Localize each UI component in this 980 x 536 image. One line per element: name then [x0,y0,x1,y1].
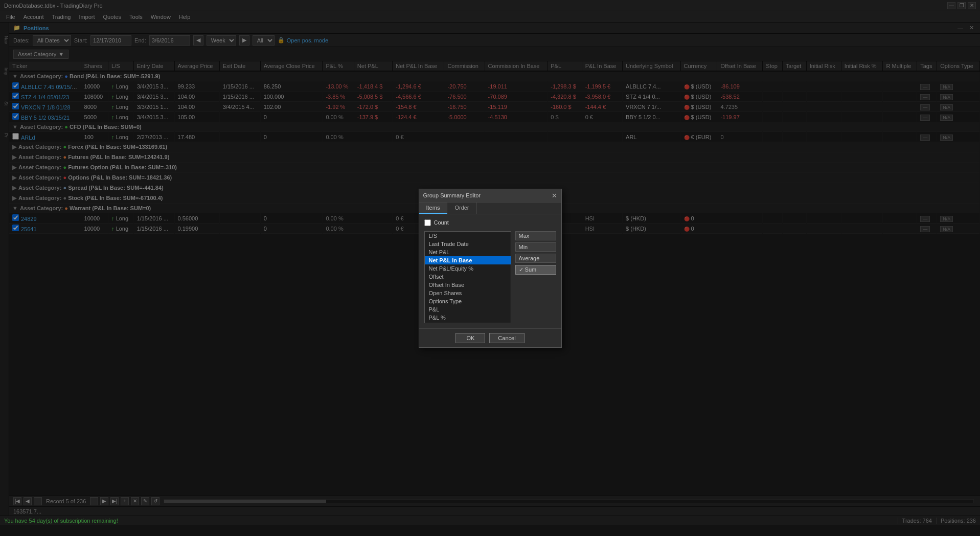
list-item-selected[interactable]: Net P&L In Base [425,256,511,264]
count-label: Count [434,219,449,226]
dialog-close-button[interactable]: ✕ [552,192,557,199]
dialog-overlay: Group Summary Editor ✕ Items Order Count… [0,0,980,536]
list-item[interactable]: P&L In Base [425,322,511,323]
aggregation-panel: Max Min Average ✓ Sum [515,231,556,323]
list-item[interactable]: Open Shares [425,289,511,297]
tab-items[interactable]: Items [419,203,448,214]
list-item[interactable]: P&L [425,305,511,314]
dialog-tabs: Items Order [419,203,561,214]
ok-button[interactable]: OK [455,333,485,343]
list-item[interactable]: Net P&L/Equity % [425,264,511,273]
dialog-content: L/S Last Trade Date Net P&L Net P&L In B… [424,231,556,323]
group-summary-dialog: Group Summary Editor ✕ Items Order Count… [419,189,562,348]
cancel-button[interactable]: Cancel [489,333,524,343]
list-item[interactable]: Offset In Base [425,281,511,289]
list-item[interactable]: Net P&L [425,248,511,256]
max-button[interactable]: Max [515,231,556,240]
dialog-footer: OK Cancel [419,328,561,347]
list-item[interactable]: P&L % [425,314,511,322]
items-list[interactable]: L/S Last Trade Date Net P&L Net P&L In B… [424,231,511,323]
tab-order[interactable]: Order [447,203,476,214]
dialog-title: Group Summary Editor [423,192,481,198]
list-item[interactable]: L/S [425,232,511,240]
count-checkbox-row: Count [424,219,556,226]
list-item[interactable]: Options Type [425,297,511,305]
list-item[interactable]: Last Trade Date [425,240,511,248]
sum-button[interactable]: ✓ Sum [515,265,556,275]
list-item[interactable]: Offset [425,273,511,281]
average-button[interactable]: Average [515,254,556,263]
dialog-title-bar: Group Summary Editor ✕ [419,189,561,203]
count-checkbox[interactable] [424,219,431,226]
min-button[interactable]: Min [515,242,556,252]
dialog-body: Count L/S Last Trade Date Net P&L Net P&… [419,214,561,328]
